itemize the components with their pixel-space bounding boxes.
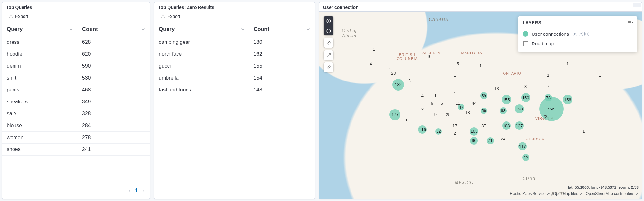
cluster-bubble[interactable]: 150	[521, 93, 530, 102]
cluster-bubble[interactable]: 155	[502, 95, 511, 104]
cluster-count[interactable]: 24	[500, 136, 506, 142]
cluster-bubble[interactable]: 90	[470, 137, 478, 145]
cluster-count[interactable]: 28	[390, 71, 396, 76]
cell-count: 349	[78, 96, 150, 108]
cluster-bubble[interactable]: 130	[515, 104, 524, 113]
cluster-bubble[interactable]: 105	[470, 127, 478, 136]
cluster-bubble[interactable]: 177	[389, 109, 400, 120]
cluster-bubble[interactable]: 117	[518, 142, 527, 150]
table-row[interactable]: blouse284	[2, 120, 150, 132]
cluster-count[interactable]: 1	[478, 63, 484, 69]
col-query-header[interactable]: Query	[2, 23, 78, 36]
col-count-header[interactable]: Count	[249, 23, 315, 36]
panel-options-button[interactable]: •••	[633, 3, 641, 7]
cluster-count[interactable]: 1	[581, 129, 587, 134]
col-count-header[interactable]: Count	[78, 23, 150, 36]
table-row[interactable]: umbrella154	[154, 72, 315, 84]
panel-top-queries: Top Queries Export Query	[2, 2, 150, 199]
table-row[interactable]: sneakers349	[2, 96, 150, 108]
map-controls	[324, 16, 333, 72]
pagination: ‹ 1 ›	[2, 183, 150, 199]
cluster-count[interactable]: 1	[452, 72, 457, 78]
cluster-count[interactable]: 37	[481, 123, 487, 129]
cluster-count[interactable]: 4	[419, 93, 425, 99]
cluster-count[interactable]: 17	[452, 123, 457, 129]
fit-bounds-button[interactable]	[324, 38, 333, 48]
cluster-count[interactable]: 25	[445, 112, 451, 118]
cluster-bubble[interactable]: 116	[418, 125, 427, 134]
export-button[interactable]: Export	[6, 13, 31, 20]
cluster-count[interactable]: 1	[403, 117, 409, 123]
cluster-count[interactable]: 9	[426, 53, 432, 59]
table-row[interactable]: gucci155	[154, 60, 315, 72]
cluster-count[interactable]: 3	[407, 78, 412, 84]
table-row[interactable]: pants468	[2, 84, 150, 96]
table-row[interactable]: camping gear180	[154, 36, 315, 48]
cluster-count[interactable]: 1	[565, 61, 571, 67]
cluster-count[interactable]: 1	[452, 91, 457, 97]
cluster-count[interactable]: 13	[494, 85, 500, 91]
cell-count: 155	[249, 60, 315, 72]
table-row[interactable]: denim590	[2, 60, 150, 72]
zero-results-table: Query Count camping gear180north face162…	[154, 23, 315, 96]
table-row[interactable]: shoes241	[2, 144, 150, 156]
cluster-bubble[interactable]: 52	[435, 128, 442, 135]
page-number[interactable]: 1	[135, 188, 138, 194]
cell-count: 468	[78, 84, 150, 96]
cluster-count[interactable]: 4	[368, 61, 374, 67]
cluster-bubble[interactable]: 182	[392, 79, 404, 91]
table-row[interactable]: north face162	[154, 48, 315, 60]
cluster-count[interactable]: 11	[455, 100, 461, 106]
attribution-link[interactable]: OpenStreetMap contributors ↗	[586, 191, 639, 196]
zoom-in-button[interactable]	[324, 16, 333, 26]
cell-count: 620	[78, 48, 150, 60]
cluster-count[interactable]: 7	[545, 83, 551, 89]
collapse-layers-icon[interactable]	[628, 21, 633, 24]
cluster-bubble[interactable]: 108	[502, 121, 511, 130]
tools-button[interactable]	[324, 62, 333, 72]
layer-user-connections[interactable]: User connections ◐◔▢	[523, 29, 633, 39]
cluster-count[interactable]: 1	[432, 93, 438, 99]
cluster-count[interactable]: 2	[452, 130, 457, 136]
panel-zero-results: Top Queries: Zero Results Export Query	[154, 2, 315, 199]
next-page-button[interactable]: ›	[142, 188, 144, 194]
table-row[interactable]: women278	[2, 132, 150, 144]
table-row[interactable]: sale328	[2, 108, 150, 120]
cluster-bubble[interactable]: 59	[480, 92, 487, 99]
cluster-bubble[interactable]: 56	[481, 108, 487, 114]
table-row[interactable]: fast and furios148	[154, 84, 315, 96]
cluster-count[interactable]: 22	[542, 113, 548, 119]
cluster-bubble[interactable]: 127	[515, 121, 524, 130]
cluster-bubble[interactable]: 63	[500, 107, 507, 114]
chevron-down-icon	[69, 27, 73, 31]
cluster-count[interactable]: 1	[371, 46, 377, 52]
cell-count: 241	[78, 144, 150, 156]
cluster-bubble[interactable]: 156	[563, 95, 572, 104]
cluster-count[interactable]: 3	[523, 83, 529, 89]
attribution-link[interactable]: OpenMapTiles ↗	[553, 191, 582, 196]
table-row[interactable]: dress628	[2, 36, 150, 48]
cluster-count[interactable]: 18	[465, 110, 470, 116]
cluster-bubble[interactable]: 82	[522, 154, 529, 161]
attribution-link[interactable]: Elastic Maps Service ↗	[510, 191, 550, 196]
cluster-count[interactable]: 1	[545, 72, 551, 78]
cluster-count[interactable]: 1	[597, 72, 603, 78]
cluster-count[interactable]: 2	[419, 106, 425, 112]
fullscreen-button[interactable]	[324, 50, 333, 60]
prev-page-button[interactable]: ‹	[129, 188, 130, 194]
table-row[interactable]: shirt530	[2, 72, 150, 84]
col-query-header[interactable]: Query	[154, 23, 249, 36]
cluster-count[interactable]: 9	[432, 112, 438, 118]
cluster-count[interactable]: 5	[455, 61, 461, 67]
layer-label: User connections	[532, 31, 569, 37]
cluster-count[interactable]: 9	[429, 100, 435, 106]
layer-road-map[interactable]: Road map	[523, 39, 633, 48]
cluster-bubble[interactable]: 71	[487, 137, 494, 144]
map-canvas[interactable]: LAYERS User connections ◐◔▢ Road map CAN…	[319, 11, 642, 199]
zoom-out-button[interactable]	[324, 26, 333, 35]
cluster-bubble[interactable]: 73	[545, 94, 552, 101]
cluster-count[interactable]: 44	[471, 100, 477, 106]
cluster-count[interactable]: 5	[439, 100, 445, 106]
table-row[interactable]: hoodie620	[2, 48, 150, 60]
export-button[interactable]: Export	[158, 13, 183, 20]
